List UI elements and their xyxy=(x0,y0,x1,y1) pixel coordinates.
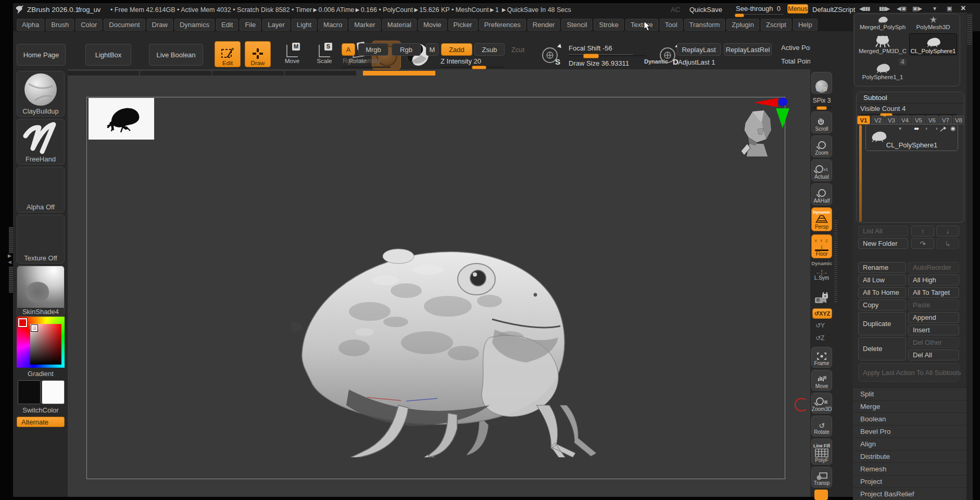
menu-item-edit[interactable]: Edit xyxy=(216,19,238,31)
axis-x-arrow[interactable] xyxy=(754,98,778,107)
menu-item-file[interactable]: File xyxy=(240,19,261,31)
menus-button[interactable]: Menus xyxy=(787,4,808,14)
menu-item-color[interactable]: Color xyxy=(76,19,102,31)
minimize-icon[interactable]: ▼ xyxy=(932,6,937,11)
zoom3d-button[interactable]: Zoom3D xyxy=(811,393,832,414)
right-tray-grip[interactable] xyxy=(834,219,837,302)
left-tray-grip2[interactable] xyxy=(9,267,13,293)
quicksave-button[interactable]: QuickSave xyxy=(689,6,722,14)
m-button[interactable]: M xyxy=(426,43,438,56)
apply-last-action-button[interactable]: Apply Last Action To All Subtools xyxy=(858,363,959,382)
tray-segment[interactable] xyxy=(68,71,139,76)
move-panel-left-icon[interactable]: ◀▣ xyxy=(897,5,907,12)
collapse-right-panel-icon[interactable]: ▮▮▮▶ xyxy=(879,6,889,11)
vtab-v4[interactable]: V4 xyxy=(899,116,911,124)
subtool-list-item-selected[interactable]: ▾ ●● ◐ ◑ ◉ CL_PolySphere1 xyxy=(865,124,958,151)
see-through-handle[interactable] xyxy=(735,14,744,17)
spix-handle[interactable] xyxy=(816,106,827,110)
rename-button[interactable]: Rename xyxy=(858,262,906,273)
tool-slot-merged-polysph[interactable]: Merged_PolySph xyxy=(858,16,907,31)
menu-item-transform[interactable]: Transform xyxy=(684,19,725,31)
del-other-button[interactable]: Del Other xyxy=(908,337,959,348)
current-texture-tile[interactable]: Texture Off xyxy=(17,215,65,264)
all-to-target-button[interactable]: All To Target xyxy=(908,287,959,298)
secondary-color-swatch[interactable] xyxy=(42,380,65,404)
delete-button[interactable]: Delete xyxy=(858,337,906,360)
section-merge[interactable]: Merge xyxy=(853,400,966,413)
lightbox-button[interactable]: LightBox xyxy=(85,44,131,66)
subtool-polypaint-icon[interactable]: ●● xyxy=(914,126,918,131)
menu-item-marker[interactable]: Marker xyxy=(349,19,380,31)
current-brush-tile[interactable]: ClayBuildup xyxy=(17,71,65,117)
del-all-button[interactable]: Del All xyxy=(908,349,959,360)
all-high-button[interactable]: All High xyxy=(908,274,959,285)
focal-shift-slider-label[interactable]: Focal Shift -56 xyxy=(569,44,633,55)
section-remesh[interactable]: Remesh xyxy=(853,463,966,475)
vtab-v8[interactable]: V8 xyxy=(953,116,964,124)
left-tray-close-icon[interactable]: ◀ xyxy=(8,259,11,265)
tool-slot-merged-pm3d[interactable]: Merged_PM3D_C xyxy=(858,33,907,55)
move-button[interactable]: M Move xyxy=(281,45,303,64)
floor-button[interactable]: X Y Z ↓ Floor xyxy=(811,234,832,258)
rotate-y-button[interactable]: ↺Y xyxy=(815,322,825,329)
draw-size-slider-label[interactable]: Draw Size 36.93311 xyxy=(569,57,629,67)
vtab-v2[interactable]: V2 xyxy=(872,116,884,124)
vtab-v7[interactable]: V7 xyxy=(939,116,952,124)
live-boolean-button[interactable]: Live Boolean xyxy=(149,44,203,66)
mrgb-a-button[interactable]: A xyxy=(342,43,355,56)
spix-slider-label[interactable]: SPix 3 xyxy=(811,97,832,104)
restore-icon[interactable]: ▣ xyxy=(947,5,952,12)
menu-item-preferences[interactable]: Preferences xyxy=(479,19,526,31)
mrgb-button[interactable]: Mrgb xyxy=(358,43,388,56)
section-bevel-pro[interactable]: Bevel Pro xyxy=(853,425,966,438)
visible-count-slider-label[interactable]: Visible Count 4 xyxy=(860,105,906,113)
current-color-swatch[interactable] xyxy=(18,318,27,327)
current-alpha-tile[interactable]: Alpha Off xyxy=(17,167,65,213)
menu-item-stroke[interactable]: Stroke xyxy=(594,19,624,31)
menu-item-material[interactable]: Material xyxy=(382,19,417,31)
move-into-folder-button[interactable]: ↳ xyxy=(936,238,959,249)
new-folder-button[interactable]: New Folder xyxy=(858,238,908,249)
append-button[interactable]: Append xyxy=(908,312,959,323)
edit-button[interactable]: Edit xyxy=(215,41,241,67)
section-boolean[interactable]: Boolean xyxy=(853,413,966,425)
duplicate-button[interactable]: Duplicate xyxy=(858,312,906,335)
stroke-selector[interactable]: S xyxy=(539,42,563,67)
menu-item-document[interactable]: Document xyxy=(104,19,145,31)
list-all-button[interactable]: List All xyxy=(858,226,908,236)
panel-scrollbar-thumb[interactable] xyxy=(967,14,972,45)
subtool-uv-icon[interactable]: ◑ xyxy=(935,126,938,131)
panel-scrollbar[interactable] xyxy=(966,12,973,500)
visible-count-track[interactable] xyxy=(860,114,957,115)
rgb-intensity-slider-label[interactable]: Rgb Intensity xyxy=(343,57,381,65)
polyframe-button[interactable]: Line Fill PolyF xyxy=(811,439,832,465)
transp-button[interactable]: Transp xyxy=(811,467,832,488)
tray-segment[interactable] xyxy=(140,71,211,76)
vtab-v5[interactable]: V5 xyxy=(912,116,925,124)
switchcolor-button[interactable]: SwitchColor xyxy=(17,406,65,414)
menu-item-layer[interactable]: Layer xyxy=(262,19,290,31)
section-project-basrelief[interactable]: Project BasRelief xyxy=(853,488,966,500)
document-preview-thumbnail[interactable] xyxy=(89,98,154,140)
subtool-panel-title[interactable]: Subtool xyxy=(863,94,887,102)
subtool-shade-icon[interactable]: ◐ xyxy=(925,126,928,131)
zoom-button[interactable]: Zoom xyxy=(811,135,832,157)
all-to-home-button[interactable]: All To Home xyxy=(858,287,906,298)
gradient-label[interactable]: Gradient xyxy=(17,370,65,378)
scroll-button[interactable]: Scroll xyxy=(811,111,832,133)
menu-item-brush[interactable]: Brush xyxy=(46,19,74,31)
aahalf-button[interactable]: AAHalf xyxy=(811,183,832,205)
menu-item-draw[interactable]: Draw xyxy=(147,19,173,31)
subtool-paint-brush-icon[interactable] xyxy=(940,127,946,132)
section-project[interactable]: Project xyxy=(853,475,966,488)
move3d-button[interactable]: Move xyxy=(811,370,832,391)
subtool-list-scrollbar[interactable] xyxy=(859,125,862,222)
menu-item-render[interactable]: Render xyxy=(527,19,560,31)
move-to-folder-button[interactable]: ↷ xyxy=(911,238,934,249)
rgb-button[interactable]: Rgb xyxy=(392,43,421,56)
menu-item-texture[interactable]: Texture xyxy=(625,19,658,31)
menu-item-light[interactable]: Light xyxy=(292,19,317,31)
color-picker[interactable] xyxy=(17,317,65,368)
rotate-z-button[interactable]: ↺Z xyxy=(815,334,824,342)
tray-segment[interactable] xyxy=(212,71,284,76)
